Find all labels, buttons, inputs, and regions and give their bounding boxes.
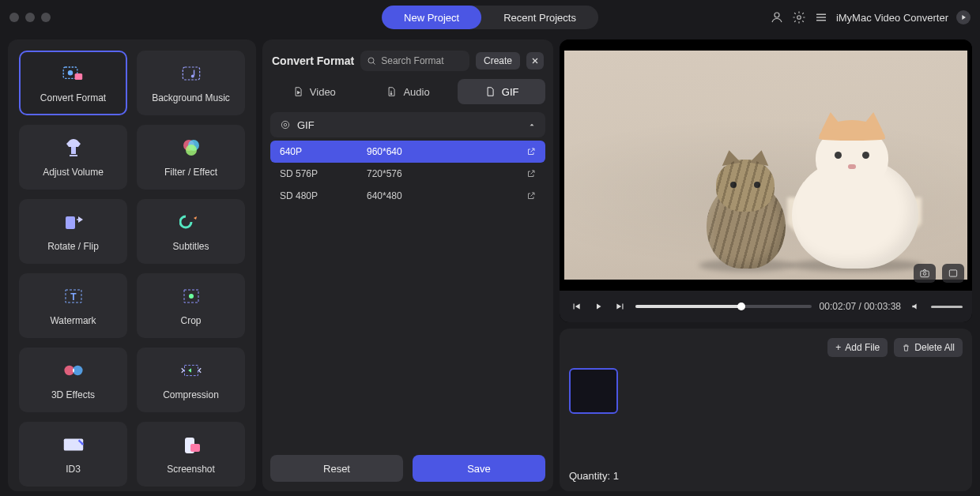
- main-columns: Convert FormatBackground MusicAdjust Vol…: [0, 35, 980, 496]
- filter-effect-icon: [179, 137, 204, 159]
- tool-screenshot[interactable]: Screenshot: [137, 422, 245, 487]
- svg-point-25: [390, 93, 392, 95]
- tab-recent-projects[interactable]: Recent Projects: [481, 6, 598, 29]
- svg-point-27: [284, 123, 287, 126]
- tab-new-project[interactable]: New Project: [382, 6, 481, 29]
- preview-column: 00:02:07 / 00:03:38 + Add File Delete Al…: [560, 39, 972, 491]
- svg-point-6: [190, 75, 194, 78]
- file-queue-panel: + Add File Delete All Quantity: 1: [560, 329, 972, 491]
- resolution-option-SD-576P[interactable]: SD 576P720*576: [270, 163, 545, 185]
- tool-crop[interactable]: Crop: [137, 273, 245, 338]
- reset-button[interactable]: Reset: [270, 455, 403, 482]
- create-button[interactable]: Create: [476, 52, 520, 70]
- video-file-icon: [292, 86, 303, 97]
- volume-button[interactable]: [909, 299, 923, 314]
- account-icon[interactable]: [770, 10, 784, 24]
- resolution-label: SD 480P: [280, 190, 367, 201]
- preview-card: 00:02:07 / 00:03:38: [560, 39, 972, 322]
- resolution-option-SD-480P[interactable]: SD 480P640*480: [270, 185, 545, 207]
- queue-actions: + Add File Delete All: [569, 338, 963, 357]
- svg-point-16: [64, 366, 74, 375]
- external-link-icon[interactable]: [526, 147, 536, 156]
- app-play-icon[interactable]: [956, 10, 971, 24]
- delete-all-button[interactable]: Delete All: [894, 338, 963, 357]
- snapshot-button[interactable]: [914, 264, 936, 283]
- settings-icon[interactable]: [792, 10, 806, 24]
- tool-label: ID3: [66, 464, 81, 475]
- 3d-effects-icon: [61, 359, 86, 381]
- tab-audio-label: Audio: [403, 86, 429, 98]
- svg-rect-20: [63, 438, 82, 450]
- background-music-icon: [179, 62, 204, 85]
- svg-text:T: T: [70, 291, 77, 302]
- svg-point-10: [186, 145, 197, 156]
- fullscreen-button[interactable]: [942, 264, 964, 283]
- add-file-button[interactable]: + Add File: [827, 338, 888, 357]
- format-group-gif[interactable]: GIF: [270, 112, 545, 137]
- save-button[interactable]: Save: [413, 455, 545, 482]
- menu-icon[interactable]: [814, 10, 828, 24]
- tool-grid: Convert FormatBackground MusicAdjust Vol…: [19, 51, 245, 487]
- external-link-icon[interactable]: [526, 191, 536, 201]
- tool-label: Background Music: [152, 92, 230, 103]
- tool-compression[interactable]: Compression: [137, 348, 245, 412]
- tab-gif[interactable]: GIF: [458, 79, 545, 104]
- seek-bar[interactable]: [635, 305, 812, 308]
- svg-point-1: [797, 16, 801, 20]
- resolution-dim: 640*480: [367, 190, 526, 201]
- subtitles-icon: [179, 211, 204, 233]
- preview-stage: [560, 39, 972, 291]
- traffic-minimize[interactable]: [25, 13, 35, 22]
- tool-background-music[interactable]: Background Music: [137, 51, 245, 115]
- play-button[interactable]: [591, 299, 605, 314]
- traffic-close[interactable]: [9, 13, 19, 22]
- tab-video[interactable]: Video: [270, 79, 358, 104]
- volume-slider[interactable]: [931, 306, 963, 308]
- preview-overlay-buttons: [914, 264, 964, 283]
- tool-adjust-volume[interactable]: Adjust Volume: [19, 125, 127, 190]
- tool-convert-format[interactable]: Convert Format: [19, 51, 127, 115]
- compression-icon: [179, 359, 204, 381]
- adjust-volume-icon: [61, 137, 86, 159]
- search-icon: [367, 56, 376, 66]
- resolution-list: 640P960*640SD 576P720*576SD 480P640*480: [270, 141, 545, 207]
- svg-point-0: [775, 13, 779, 17]
- search-format-input[interactable]: Search Format: [360, 51, 469, 71]
- tool-panel: Convert FormatBackground MusicAdjust Vol…: [8, 39, 256, 491]
- tabby-cat: [699, 150, 793, 269]
- queue-thumbnail-1[interactable]: [569, 368, 618, 414]
- tool-label: Filter / Effect: [164, 167, 217, 178]
- tool-watermark[interactable]: TWatermark: [19, 273, 127, 338]
- tool-id3[interactable]: ID3: [19, 422, 127, 487]
- tab-audio[interactable]: Audio: [364, 79, 452, 104]
- tool-label: Compression: [163, 389, 219, 400]
- tool-label: Rotate / Flip: [47, 241, 99, 252]
- svg-point-26: [281, 121, 288, 128]
- tool-3d-effects[interactable]: 3D Effects: [19, 348, 127, 412]
- tool-subtitles[interactable]: Subtitles: [137, 199, 245, 264]
- watermark-icon: T: [61, 285, 86, 307]
- resolution-option-640P[interactable]: 640P960*640: [270, 141, 545, 163]
- convert-title: Convert Format: [272, 54, 354, 67]
- quantity-display: Quantity: 1: [569, 470, 963, 482]
- audio-file-icon: [386, 86, 397, 97]
- tool-filter-effect[interactable]: Filter / Effect: [137, 125, 245, 190]
- svg-rect-5: [183, 67, 199, 80]
- svg-rect-7: [71, 147, 76, 154]
- next-button[interactable]: [613, 299, 628, 314]
- media-type-tabs: Video Audio GIF: [270, 79, 545, 104]
- prev-button[interactable]: [569, 299, 583, 314]
- traffic-zoom[interactable]: [41, 13, 51, 22]
- resolution-dim: 720*576: [367, 168, 526, 179]
- tool-label: Convert Format: [40, 92, 106, 103]
- delete-all-label: Delete All: [914, 342, 955, 353]
- add-file-label: Add File: [845, 342, 880, 353]
- external-link-icon[interactable]: [526, 169, 536, 178]
- convert-panel: Convert Format Search Format Create Vide…: [262, 39, 553, 491]
- close-panel-button[interactable]: [526, 52, 544, 70]
- gif-file-icon: [484, 86, 496, 97]
- tab-video-label: Video: [310, 86, 336, 98]
- search-placeholder-text: Search Format: [381, 55, 443, 66]
- close-icon: [530, 56, 540, 66]
- tool-rotate-flip[interactable]: Rotate / Flip: [19, 199, 127, 264]
